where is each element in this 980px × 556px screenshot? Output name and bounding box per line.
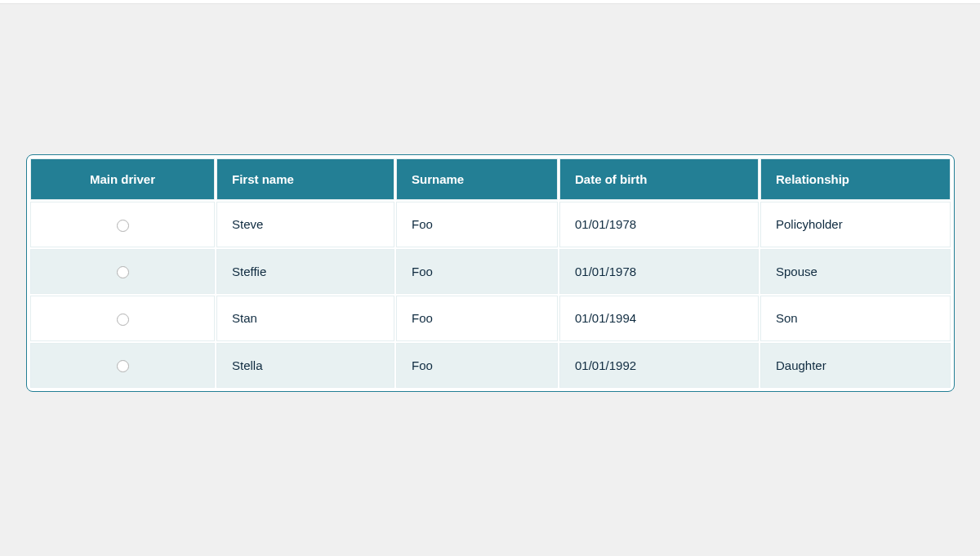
first-name-cell: Stan <box>216 296 394 341</box>
table-row: Stella Foo 01/01/1992 Daughter <box>30 343 951 389</box>
main-driver-cell <box>30 202 215 247</box>
surname-cell: Foo <box>396 249 558 295</box>
table-row: Steffie Foo 01/01/1978 Spouse <box>30 249 951 295</box>
table-header: Main driver First name Surname Date of b… <box>30 158 951 200</box>
drivers-table: Main driver First name Surname Date of b… <box>29 157 952 389</box>
surname-cell: Foo <box>396 296 558 341</box>
dob-cell: 01/01/1992 <box>559 343 759 389</box>
relationship-cell: Policyholder <box>760 202 951 247</box>
main-driver-cell <box>30 343 215 389</box>
main-driver-radio[interactable] <box>117 220 129 232</box>
first-name-cell: Steffie <box>216 249 394 295</box>
table-row: Steve Foo 01/01/1978 Policyholder <box>30 202 951 247</box>
header-surname: Surname <box>396 158 558 200</box>
drivers-table-card: Main driver First name Surname Date of b… <box>26 154 955 392</box>
relationship-cell: Spouse <box>760 249 951 295</box>
header-first-name: First name <box>216 158 394 200</box>
surname-cell: Foo <box>396 202 558 247</box>
main-driver-cell <box>30 249 215 295</box>
dob-cell: 01/01/1978 <box>559 202 759 247</box>
main-driver-cell <box>30 296 215 341</box>
dob-cell: 01/01/1994 <box>559 296 759 341</box>
main-driver-radio[interactable] <box>117 360 129 372</box>
top-bar <box>0 0 980 4</box>
header-main-driver: Main driver <box>30 158 215 200</box>
first-name-cell: Stella <box>216 343 394 389</box>
main-driver-radio[interactable] <box>117 314 129 326</box>
relationship-cell: Daughter <box>760 343 951 389</box>
main-driver-radio[interactable] <box>117 266 129 278</box>
header-dob: Date of birth <box>559 158 759 200</box>
relationship-cell: Son <box>760 296 951 341</box>
surname-cell: Foo <box>396 343 558 389</box>
header-relationship: Relationship <box>760 158 951 200</box>
dob-cell: 01/01/1978 <box>559 249 759 295</box>
first-name-cell: Steve <box>216 202 394 247</box>
table-row: Stan Foo 01/01/1994 Son <box>30 296 951 341</box>
table-body: Steve Foo 01/01/1978 Policyholder Steffi… <box>30 202 951 388</box>
